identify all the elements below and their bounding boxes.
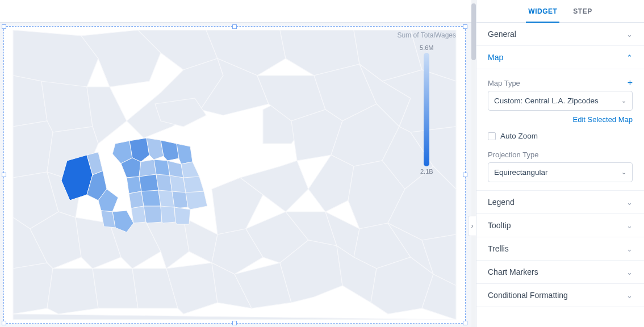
map-type-label: Map Type — [488, 79, 520, 87]
section-tooltip[interactable]: Tooltip — [476, 214, 644, 237]
chevron-down-icon — [626, 30, 633, 39]
section-tooltip-label: Tooltip — [488, 221, 511, 230]
section-general-label: General — [488, 30, 516, 39]
map-type-select[interactable]: Custom: Central L.A. Zipcodes — [488, 91, 633, 111]
map-section-body: Map Type + Custom: Central L.A. Zipcodes… — [476, 69, 644, 191]
section-trellis[interactable]: Trellis — [476, 237, 644, 261]
section-legend[interactable]: Legend — [476, 191, 644, 214]
resize-handle-top-left[interactable] — [2, 24, 6, 29]
chevron-up-icon — [626, 53, 633, 62]
resize-handle-bottom-mid[interactable] — [232, 321, 237, 325]
resize-handle-left-mid[interactable] — [2, 173, 6, 177]
accordion: General Map Map Type + Custom: Central L… — [476, 23, 644, 307]
section-conditional-formatting[interactable]: Conditional Formatting — [476, 284, 644, 307]
canvas-area: Sum of TotalWages 5.6M 2.1B — [0, 23, 471, 327]
legend-min: 2.1B — [420, 168, 433, 175]
legend-max: 5.6M — [420, 44, 433, 51]
projection-type-select[interactable]: Equirectangular — [488, 162, 633, 182]
section-trellis-label: Trellis — [488, 244, 509, 253]
legend-gradient — [424, 53, 429, 166]
collapse-sidebar-button[interactable] — [468, 216, 476, 236]
section-map[interactable]: Map — [476, 46, 644, 69]
projection-type-label: Projection Type — [488, 150, 538, 159]
legend-title: Sum of TotalWages — [398, 31, 456, 39]
map-legend: Sum of TotalWages 5.6M 2.1B — [398, 31, 456, 177]
auto-zoom-checkbox[interactable] — [488, 132, 496, 140]
chevron-down-icon — [626, 268, 633, 276]
chevron-down-icon — [621, 169, 626, 176]
auto-zoom-row[interactable]: Auto Zoom — [488, 132, 633, 140]
canvas-scrollbar[interactable] — [471, 0, 476, 327]
section-general[interactable]: General — [476, 23, 644, 46]
chevron-down-icon — [626, 221, 633, 230]
projection-type-value: Equirectangular — [494, 168, 548, 177]
add-map-type-button[interactable]: + — [628, 78, 633, 87]
chevron-down-icon — [626, 245, 633, 253]
section-chart-markers[interactable]: Chart Markers — [476, 261, 644, 284]
tab-widget[interactable]: WIDGET — [526, 1, 559, 22]
section-chart-markers-label: Chart Markers — [488, 267, 538, 276]
section-legend-label: Legend — [488, 198, 515, 207]
section-map-label: Map — [488, 53, 503, 62]
map-widget-frame[interactable]: Sum of TotalWages 5.6M 2.1B — [3, 26, 466, 324]
scroll-thumb[interactable] — [471, 3, 476, 60]
resize-handle-top-mid[interactable] — [232, 24, 237, 29]
map-type-value: Custom: Central L.A. Zipcodes — [494, 97, 599, 105]
properties-sidebar: WIDGET STEP General Map Map Type + Custo… — [476, 0, 644, 327]
map-chart[interactable]: Sum of TotalWages 5.6M 2.1B — [7, 30, 462, 320]
auto-zoom-label: Auto Zoom — [500, 132, 538, 140]
section-conditional-formatting-label: Conditional Formatting — [488, 291, 568, 300]
chevron-down-icon — [626, 198, 633, 207]
resize-handle-right-mid[interactable] — [463, 173, 467, 177]
main-area: Sum of TotalWages 5.6M 2.1B — [0, 0, 471, 327]
chevron-down-icon — [621, 97, 626, 104]
resize-handle-bottom-right[interactable] — [463, 321, 467, 325]
chevron-right-icon — [471, 222, 474, 230]
chevron-down-icon — [626, 291, 633, 300]
edit-selected-map-link[interactable]: Edit Selected Map — [488, 115, 633, 124]
resize-handle-top-right[interactable] — [463, 24, 467, 29]
choropleth-map — [7, 30, 462, 320]
app-root: Sum of TotalWages 5.6M 2.1B WIDGET STEP — [0, 0, 644, 327]
projection-type-field: Projection Type — [488, 150, 633, 159]
top-toolbar — [0, 0, 471, 23]
resize-handle-bottom-left[interactable] — [2, 321, 6, 325]
tab-step[interactable]: STEP — [571, 1, 594, 22]
sidebar-tabs: WIDGET STEP — [476, 0, 644, 23]
map-type-field: Map Type + — [488, 78, 633, 87]
